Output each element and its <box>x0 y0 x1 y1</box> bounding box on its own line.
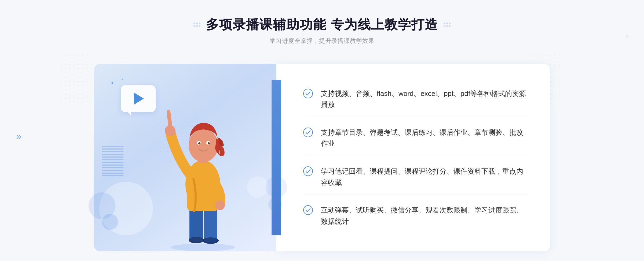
dot-cluster-left <box>193 23 200 27</box>
svg-point-6 <box>204 238 218 243</box>
feature-text-4: 互动弹幕、试听购买、微信分享、观看次数限制、学习进度跟踪、数据统计 <box>321 205 529 227</box>
feature-text-1: 支持视频、音频、flash、word、excel、ppt、pdf等各种格式的资源… <box>321 88 529 110</box>
blue-bar-decoration <box>272 80 281 235</box>
stripe-decoration <box>102 144 123 176</box>
play-bubble <box>121 85 156 115</box>
dot-cluster-right <box>444 23 451 27</box>
svg-rect-2 <box>204 207 217 241</box>
page-title: 多项录播课辅助功能 专为线上教学打造 <box>206 16 438 33</box>
svg-point-12 <box>189 129 218 162</box>
check-icon-2 <box>303 128 313 137</box>
person-svg <box>155 101 257 251</box>
main-content: ✦ ✦ <box>94 64 550 251</box>
sparkle-icon: ✦ <box>110 80 115 86</box>
feature-item-1: 支持视频、音频、flash、word、excel、ppt、pdf等各种格式的资源… <box>303 82 529 117</box>
chevron-left-decoration: » <box>16 131 20 142</box>
svg-point-18 <box>303 128 313 137</box>
svg-point-17 <box>303 89 313 98</box>
check-icon-1 <box>303 89 313 98</box>
svg-point-10 <box>215 200 225 210</box>
blob-decoration-2 <box>102 214 118 230</box>
feature-item-2: 支持章节目录、弹题考试、课后练习、课后作业、章节测验、批改作业 <box>303 121 529 156</box>
svg-point-19 <box>303 167 313 176</box>
feature-text-2: 支持章节目录、弹题考试、课后练习、课后作业、章节测验、批改作业 <box>321 127 529 149</box>
check-icon-3 <box>303 166 313 176</box>
play-icon <box>134 93 144 105</box>
play-bubble-bg <box>121 85 156 112</box>
svg-point-5 <box>190 237 203 242</box>
illustration-panel: ✦ ✦ <box>94 64 276 251</box>
feature-item-3: 学习笔记回看、课程提问、课程评论打分、课件资料下载，重点内容收藏 <box>303 159 529 195</box>
title-row: 多项录播课辅助功能 专为线上教学打造 <box>193 16 450 33</box>
dot-grid-left <box>59 54 91 107</box>
check-icon-4 <box>303 205 313 215</box>
sparkle2-icon: ✦ <box>121 77 124 81</box>
feature-text-3: 学习笔记回看、课程提问、课程评论打分、课件资料下载，重点内容收藏 <box>321 166 529 188</box>
svg-point-15 <box>198 142 200 144</box>
features-panel: 支持视频、音频、flash、word、excel、ppt、pdf等各种格式的资源… <box>276 64 550 251</box>
chevron-right-decoration: » <box>625 32 628 40</box>
page-wrapper: » » 多项录播课辅助功能 专为线上教学打造 学习进度全掌握，提升录播课教学效果 <box>0 0 644 261</box>
page-header: 多项录播课辅助功能 专为线上教学打造 学习进度全掌握，提升录播课教学效果 <box>193 16 450 45</box>
page-subtitle: 学习进度全掌握，提升录播课教学效果 <box>193 37 450 45</box>
svg-point-20 <box>303 206 313 215</box>
svg-point-0 <box>171 244 235 251</box>
feature-item-4: 互动弹幕、试听购买、微信分享、观看次数限制、学习进度跟踪、数据统计 <box>303 198 529 233</box>
svg-point-16 <box>208 142 210 144</box>
